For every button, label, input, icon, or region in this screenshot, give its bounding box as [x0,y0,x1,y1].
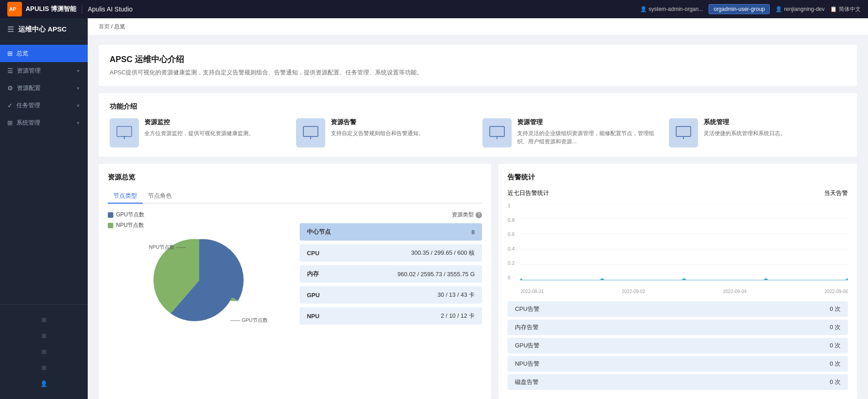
feature-card-system-mgmt: 系统管理 灵活便捷的系统管理和系统日志。 [669,118,846,147]
tab-node-type[interactable]: 节点类型 [108,189,143,204]
breadcrumb-separator: / [111,23,114,30]
chevron-down-icon-4: ▼ [76,121,80,126]
resource-tabs: 节点类型 节点角色 [108,189,482,204]
sidebar-icon-3[interactable]: ⊞ [0,344,88,360]
feature-card-resource-mgmt: 资源管理 支持灵活的企业级组织资源管理，能修配置节点，管理组织、用户组资源和资源… [482,118,660,147]
breadcrumb-home[interactable]: 首页 [99,23,110,30]
memory-value: 960.02 / 2595.73 / 3555.75 G [397,271,475,278]
feature-info-system-mgmt: 系统管理 灵活便捷的系统管理和系统日志。 [704,118,786,137]
npu-alert-count: 0 次 [830,360,841,368]
feature-name-resource-mgmt: 资源管理 [517,118,660,126]
sidebar-item-system-mgmt[interactable]: ⊞ 系统管理 ▼ [0,114,88,131]
pie-chart-wrapper: NPU节点数 —— —— GPU节点数 [153,235,245,326]
sidebar-item-resource-mgmt[interactable]: ☰ 资源管理 ▼ [0,62,88,79]
sidebar-item-overview[interactable]: ⊞ 总览 [0,45,88,62]
x-label-2: 2022-09-02 [622,289,645,294]
breadcrumb: 首页 / 总览 [88,18,868,36]
feature-info-alert: 资源告警 支持自定义告警规则组合和告警通知。 [331,118,424,137]
feature-desc-resource-mgmt: 支持灵活的企业级组织资源管理，能修配置节点，管理组织、用户组资源和资源... [517,129,660,146]
menu-toggle-icon[interactable]: ☰ [7,25,14,34]
chevron-down-icon: ▼ [76,68,80,74]
pie-chart-area: GPU节点数 NPU节点数 [108,211,291,327]
chevron-down-icon-3: ▼ [76,103,80,108]
sidebar-icon-5[interactable]: 👤 [0,376,88,392]
sidebar-item-label-overview: 总览 [16,49,28,58]
svg-point-28 [846,278,848,280]
y-label-08: 0.8 [508,217,517,223]
dev-user-item[interactable]: 👤 renjiangning-dev [775,6,825,12]
topbar-right: 👤 system-admin-organ... orgadmin-user-gr… [640,4,861,14]
svg-rect-10 [490,126,504,136]
sidebar-item-task-mgmt[interactable]: ✓ 任务管理 ▼ [0,97,88,114]
feature-desc-system-mgmt: 灵活便捷的系统管理和系统日志。 [704,129,786,137]
svg-point-26 [682,278,687,280]
gpu-value: 30 / 13 / 43 卡 [438,291,475,299]
feature-info-resource-mgmt: 资源管理 支持灵活的企业级组织资源管理，能修配置节点，管理组织、用户组资源和资源… [517,118,660,146]
legend-gpu: GPU节点数 [108,211,144,219]
legend-dot-gpu [108,212,113,218]
y-label-06: 0.6 [508,231,517,237]
alert-row-cpu: CPU告警 0 次 [508,301,848,317]
resource-row-center-node: 中心节点 8 [300,223,482,241]
feature-info-monitoring: 资源监控 全方位资源监控，提供可视化资源健康监测。 [144,118,254,137]
sidebar: ☰ 运维中心 APSC ⊞ 总览 ☰ 资源管理 ▼ ⚙ 资源配置 [0,18,88,399]
feature-card-monitoring: 资源监控 全方位资源监控，提供可视化资源健康监测。 [110,118,287,147]
svg-rect-3 [117,126,132,136]
cpu-alert-name: CPU告警 [515,305,539,313]
resource-table: 资源类型 ? 中心节点 8 CPU 300.35 / 299.65 / 600 … [300,211,482,327]
feature-desc-monitoring: 全方位资源监控，提供可视化资源健康监测。 [144,129,254,137]
y-label-1: 1 [508,203,517,208]
svg-point-24 [520,278,523,280]
alert-panel: 告警统计 近七日告警统计 当天告警 1 0.8 0.6 0.4 0.2 [498,164,857,399]
tab-node-role[interactable]: 节点角色 [143,189,177,204]
npu-alert-name: NPU告警 [515,360,539,368]
logo-text: APULIS 博渊智能 [26,5,76,13]
sidebar-item-label-resource-mgmt: 资源管理 [17,67,41,75]
sidebar-bottom: ⊞ ⊞ ⊞ ⊞ 👤 [0,304,88,399]
legend-dot-npu [108,223,113,228]
sidebar-header: ☰ 运维中心 APSC [0,18,88,41]
system-admin-item[interactable]: 👤 system-admin-organ... [640,6,703,12]
lang-item[interactable]: 📋 简体中文 [830,5,861,13]
system-admin-label: system-admin-organ... [649,6,703,12]
feature-icon-alert [296,118,325,147]
cpu-value: 300.35 / 299.65 / 600 核 [411,249,475,257]
svg-rect-6 [303,126,318,136]
gpu-pie-label: —— GPU节点数 [230,317,268,324]
chart-y-labels: 1 0.8 0.6 0.4 0.2 0 [508,203,517,280]
sidebar-item-resource-config[interactable]: ⚙ 资源配置 ▼ [0,79,88,97]
page-content: APSC 运维中心介绍 APSC提供可视化的资源健康监测，支持自定义告警规则组合… [88,36,868,399]
main-layout: ☰ 运维中心 APSC ⊞ 总览 ☰ 资源管理 ▼ ⚙ 资源配置 [0,18,868,399]
disk-alert-count: 0 次 [830,378,841,386]
dev-user-icon: 👤 [775,6,782,12]
resource-row-memory: 内存 960.02 / 2595.73 / 3555.75 G [300,265,482,283]
alert-chart-container: 1 0.8 0.6 0.4 0.2 0 [508,203,848,294]
features-section: 功能介绍 资源监控 全方位资源监控，提供可视化资源健康监测。 [99,93,857,157]
gpu-alert-name: GPU告警 [515,341,540,350]
y-label-04: 0.4 [508,246,517,252]
resource-row-cpu: CPU 300.35 / 299.65 / 600 核 [300,244,482,262]
feature-icon-monitoring [110,118,139,147]
npu-pie-label: NPU节点数 —— [149,244,186,251]
user-group-button[interactable]: orgadmin-user-group [709,4,770,14]
resource-config-icon: ⚙ [7,84,13,92]
memory-alert-name: 内存告警 [515,323,539,331]
chart-legend: GPU节点数 NPU节点数 [108,211,144,229]
sidebar-item-label-task-mgmt: 任务管理 [16,101,40,110]
resource-panel: 资源总览 节点类型 节点角色 GPU节点数 [99,164,491,399]
sidebar-icon-2[interactable]: ⊞ [0,328,88,344]
npu-value: 2 / 10 / 12 卡 [441,312,475,320]
svg-rect-14 [676,126,691,136]
resource-row-gpu: GPU 30 / 13 / 43 卡 [300,286,482,304]
today-label: 当天告警 [824,189,848,197]
gpu-label: GPU [307,292,320,299]
content-area: 首页 / 总览 APSC 运维中心介绍 APSC提供可视化的资源健康监测，支持自… [88,18,868,399]
memory-label: 内存 [307,270,319,278]
sidebar-icon-1[interactable]: ⊞ [0,312,88,328]
cpu-label: CPU [307,250,319,257]
feature-icon-system-mgmt [669,118,698,147]
svg-point-27 [764,278,768,280]
features-grid: 资源监控 全方位资源监控，提供可视化资源健康监测。 资源告警 支持自定义告警规则… [110,118,846,147]
resource-type-header: 资源类型 ? [300,211,482,219]
sidebar-icon-4[interactable]: ⊞ [0,360,88,376]
